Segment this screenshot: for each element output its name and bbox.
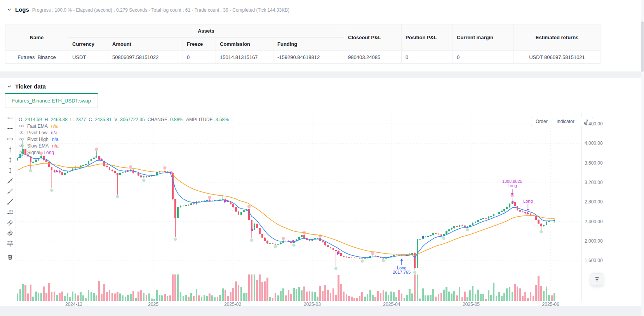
drawing-toolbar: 123 [5, 114, 16, 260]
tool-parallel-channel-2-icon[interactable] [6, 219, 14, 226]
price-axis[interactable] [581, 113, 582, 301]
ticker-title: Ticker data [15, 83, 46, 90]
indicator-row: Pivot Highn/a [19, 136, 231, 142]
cell-estimated-returns: USDT 806097.58151021 [514, 51, 600, 64]
tool-trend-ray-icon[interactable] [6, 188, 14, 195]
signal-marker [527, 212, 529, 215]
indicator-value: n/a [51, 123, 58, 129]
col-header-freeze: Freeze [183, 38, 216, 51]
ticker-collapse-chevron-icon[interactable] [7, 84, 12, 89]
table-row: Futures_Binance USDT 50806097.58151022 0… [5, 51, 600, 64]
indicator-value: n/a [52, 143, 59, 149]
indicator-row: Fast EMAn/a [19, 123, 231, 129]
tool-price-label-icon[interactable]: 123 [6, 208, 14, 216]
tool-vertical-line-icon[interactable] [6, 156, 14, 163]
indicator-name: Pivot High [27, 137, 49, 142]
ticker-data-section: Ticker data Futures_Binance.ETH_USDT.swa… [0, 78, 641, 306]
indicator-name: Signal [27, 150, 40, 155]
eye-visibility-icon[interactable] [19, 124, 24, 128]
time-axis-label: 2025-02 [215, 302, 250, 307]
col-group-assets: Assets [68, 24, 344, 38]
logs-collapse-chevron-icon[interactable] [7, 7, 12, 12]
col-header-currency: Currency [68, 38, 108, 51]
eye-visibility-icon[interactable] [19, 137, 24, 141]
col-header-current-margin: Current margin [453, 24, 514, 51]
indicator-name: Slow EMA [27, 143, 49, 149]
tool-horizontal-segment-icon[interactable] [6, 135, 14, 142]
eye-visibility-icon[interactable] [19, 130, 24, 135]
price-axis-label: 1,600.00 [585, 258, 603, 263]
ohlc-pair: C=2435.81 [89, 117, 111, 122]
price-axis-label: 3,200.00 [585, 180, 603, 185]
scroll-top-button[interactable] [591, 273, 603, 286]
price-axis-label: 4,400.00 [585, 121, 603, 127]
ohlc-pair: AMPLITUDE=3.58% [186, 117, 229, 122]
ticker-header: Ticker data [7, 83, 46, 90]
tool-fib-levels-icon[interactable] [6, 240, 14, 247]
col-header-funding: Funding [273, 38, 344, 51]
cell-freeze: 0 [183, 51, 216, 64]
ohlc-pair: L=2377 [70, 117, 86, 122]
price-axis-label: 4,000.00 [585, 141, 603, 146]
cell-name: Futures_Binance [5, 51, 68, 64]
order-button[interactable]: Order [531, 117, 552, 126]
time-axis-label: 2025-04 [374, 302, 409, 307]
chart-area: 1308.8825LongLongLong2617.765 O=2414.59H… [16, 113, 602, 306]
scrollbar-thumb[interactable] [641, 21, 644, 72]
tool-trend-segment-icon[interactable] [6, 198, 14, 205]
ohlc-pair: V=3067722.35 [114, 117, 144, 122]
logs-section: Logs Progress : 100.0 % - Elapsed (secon… [0, 0, 641, 71]
tab-futures-binance-eth-usdt[interactable]: Futures_Binance.ETH_USDT.swap [5, 93, 98, 108]
tool-horizontal-ray-icon[interactable] [6, 114, 14, 122]
indicator-row: Pivot Lown/a [19, 129, 231, 136]
indicator-row: SignalLong [19, 149, 231, 156]
trade-annotation-label: Long [523, 199, 533, 203]
ohlc-pair: CHANGE=0.88% [148, 117, 183, 122]
indicator-name: Pivot Low [27, 130, 47, 135]
price-axis-label: 3,600.00 [585, 160, 603, 166]
indicator-button[interactable]: Indicator [552, 117, 579, 126]
tool-vertical-ray-icon[interactable] [6, 146, 14, 153]
time-axis-label: 2024-12 [56, 302, 91, 307]
trade-annotation-label: 2617.765 [393, 270, 411, 274]
tool-delete-icon[interactable] [6, 253, 14, 260]
chart-buttons-group: Order Indicator [531, 117, 593, 126]
time-axis-label: 2025-03 [295, 302, 330, 307]
time-axis-label: 2025-05 [454, 302, 489, 307]
cell-current-margin: 0 [453, 51, 514, 64]
tool-vertical-segment-icon[interactable] [6, 167, 14, 174]
price-axis-label: 2,800.00 [585, 199, 603, 205]
col-header-amount: Amount [108, 38, 183, 51]
tool-horizontal-line-icon[interactable] [6, 125, 14, 132]
time-axis-label: 2025-06 [533, 302, 568, 307]
cell-amount: 50806097.58151022 [108, 51, 183, 64]
cell-funding: -159290.84618812 [273, 51, 344, 64]
col-header-closeout-pnl: Closeout P&L [344, 24, 402, 51]
cell-currency: USDT [68, 51, 108, 64]
logs-title: Logs [15, 6, 29, 13]
col-header-position-pnl: Position P&L [402, 24, 453, 51]
chart-legend: O=2414.59H=2463.38L=2377C=2435.81V=30677… [19, 116, 231, 156]
col-header-estimated-returns: Estimated returns [514, 24, 600, 51]
eye-visibility-icon[interactable] [19, 144, 24, 148]
cell-closeout-pnl: 980403.24085 [344, 51, 402, 64]
svg-text:123: 123 [9, 210, 13, 212]
tool-parallel-channel-3-icon[interactable] [6, 229, 14, 237]
time-axis-label: 2025 [136, 302, 171, 307]
indicator-name: Fast EMA [27, 123, 48, 129]
indicator-value: n/a [51, 130, 57, 135]
indicator-value: n/a [52, 137, 59, 142]
logs-summary: Progress : 100.0 % - Elapsed (second) : … [32, 7, 289, 13]
ohlc-pair: O=2414.59 [19, 117, 42, 122]
col-header-commission: Commission [216, 38, 273, 51]
indicator-row: Slow EMAn/a [19, 142, 231, 149]
logs-header: Logs Progress : 100.0 % - Elapsed (secon… [7, 6, 289, 13]
indicator-value: Long [44, 150, 54, 155]
price-axis-label: 2,400.00 [585, 219, 603, 224]
signal-marker [56, 170, 58, 173]
eye-visibility-icon[interactable] [19, 150, 24, 155]
page-scrollbar [641, 0, 644, 316]
tool-trend-line-icon[interactable] [6, 177, 14, 184]
cell-position-pnl: 0 [402, 51, 453, 64]
ohlc-pair: H=2463.38 [45, 117, 68, 122]
